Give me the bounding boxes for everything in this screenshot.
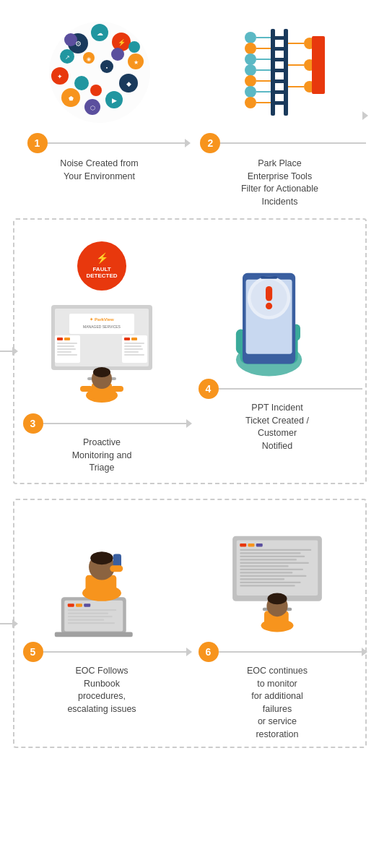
svg-rect-83 (124, 354, 144, 356)
svg-point-42 (245, 64, 256, 76)
svg-rect-135 (240, 578, 284, 580)
svg-rect-136 (240, 582, 300, 583)
step-5-col: 5 EOC Follows Runbook procedures, escala… (14, 500, 190, 721)
svg-rect-120 (110, 565, 123, 572)
svg-rect-114 (55, 632, 133, 637)
phone-alert-scene (219, 241, 335, 379)
svg-text:✦: ✦ (57, 73, 63, 80)
fault-line2: DETECTED (86, 272, 117, 280)
step-6-badge: 6 (199, 642, 219, 662)
eoc-scene-6 (212, 512, 342, 642)
svg-point-44 (245, 86, 256, 98)
step-6-label: EOC continues to monitor for additional … (243, 665, 312, 741)
noise-illustration: ⚙ ☁ ⚡ ★ ◆ ▶ ⬡ ⬟ ✦ ↗ ▪ ◉ (35, 14, 165, 130)
svg-rect-107 (76, 603, 82, 607)
step-4-col: 4 PPT Incident Ticket Created / Customer… (190, 220, 365, 458)
svg-rect-37 (271, 90, 288, 94)
inner-row-3-4: ⚡ FAULT DETECTED ✦ ParkView MANAGED S (14, 220, 365, 483)
step-1-col: ⚙ ☁ ⚡ ★ ◆ ▶ ⬡ ⬟ ✦ ↗ ▪ ◉ (13, 14, 186, 201)
svg-text:↗: ↗ (64, 54, 69, 61)
svg-rect-35 (271, 69, 288, 72)
svg-rect-125 (256, 543, 263, 547)
step-1-label: Noise Created from Your Environment (54, 158, 144, 201)
svg-text:⬟: ⬟ (68, 95, 73, 102)
fault-icon: ⚡ (96, 252, 108, 265)
step-1-badge: 1 (27, 133, 48, 153)
svg-point-118 (90, 551, 113, 564)
step-3-badge: 3 (23, 413, 43, 434)
svg-rect-110 (68, 613, 108, 614)
step-6-col: 6 EOC continues to monitor for additiona… (190, 500, 365, 747)
svg-rect-126 (240, 549, 311, 551)
svg-rect-91 (110, 386, 123, 392)
step-4-label: PPT Incident Ticket Created / Customer N… (241, 402, 313, 452)
dashed-section-3-4: ⚡ FAULT DETECTED ✦ ParkView MANAGED S (13, 218, 367, 484)
svg-rect-71 (57, 343, 77, 344)
svg-rect-74 (57, 351, 71, 353)
svg-rect-112 (68, 619, 105, 621)
svg-text:★: ★ (133, 59, 138, 66)
svg-rect-113 (68, 622, 115, 624)
svg-rect-124 (248, 543, 255, 547)
eoc-scene-5 (37, 512, 167, 642)
svg-point-40 (245, 43, 256, 54)
svg-rect-103 (261, 276, 277, 278)
svg-rect-131 (240, 565, 289, 567)
svg-text:MANAGED SERVICES: MANAGED SERVICES (83, 325, 121, 329)
step-2-badge: 2 (200, 133, 220, 153)
svg-rect-122 (237, 540, 318, 596)
svg-rect-137 (240, 585, 295, 586)
step-5-row: 5 (17, 642, 187, 662)
step-1-row: 1 (13, 133, 186, 153)
svg-rect-108 (84, 603, 90, 607)
top-section: ⚙ ☁ ⚡ ★ ◆ ▶ ⬡ ⬟ ✦ ↗ ▪ ◉ (13, 14, 367, 208)
svg-text:⬡: ⬡ (90, 105, 95, 111)
svg-text:⚡: ⚡ (117, 38, 126, 47)
svg-point-15 (90, 85, 102, 96)
svg-point-13 (111, 48, 124, 61)
svg-rect-80 (124, 345, 141, 347)
svg-rect-109 (68, 609, 117, 611)
svg-point-14 (74, 76, 89, 90)
svg-rect-129 (240, 559, 297, 560)
step-5-label: EOC Follows Runbook procedures, escalati… (63, 665, 140, 716)
svg-rect-82 (124, 351, 139, 353)
svg-text:◆: ◆ (126, 80, 131, 87)
svg-rect-90 (80, 386, 93, 392)
svg-rect-134 (240, 575, 306, 577)
left-arrow-5 (0, 623, 13, 624)
step-4-row: 4 (193, 379, 362, 399)
svg-rect-130 (240, 562, 309, 564)
svg-point-89 (93, 367, 110, 377)
step-6-row: 6 (193, 642, 362, 662)
svg-rect-106 (68, 603, 74, 607)
svg-rect-38 (271, 101, 288, 105)
svg-text:⚙: ⚙ (74, 40, 81, 48)
svg-rect-79 (124, 343, 144, 344)
svg-rect-72 (57, 345, 74, 347)
svg-text:▶: ▶ (111, 97, 116, 104)
left-arrow-3 (0, 351, 13, 352)
svg-rect-128 (240, 556, 305, 557)
page-container: ⚙ ☁ ⚡ ★ ◆ ▶ ⬡ ⬟ ✦ ↗ ▪ ◉ (0, 0, 379, 770)
svg-point-43 (245, 75, 256, 87)
svg-rect-111 (68, 616, 113, 617)
step-3-row: 3 (17, 413, 187, 434)
step-3-col: ⚡ FAULT DETECTED ✦ ParkView MANAGED S (14, 220, 190, 483)
svg-rect-73 (57, 348, 76, 350)
svg-text:✦ ParkView: ✦ ParkView (90, 317, 114, 322)
svg-point-102 (266, 303, 272, 309)
step-3-label: Proactive Monitoring and Triage (68, 437, 136, 477)
svg-rect-69 (57, 338, 63, 340)
filter-illustration (222, 14, 337, 130)
svg-text:◉: ◉ (87, 56, 91, 61)
svg-point-41 (245, 53, 256, 65)
dashed-section-5-6: 5 EOC Follows Runbook procedures, escala… (13, 499, 367, 748)
fault-line1: FAULT (92, 266, 110, 273)
svg-rect-81 (124, 348, 143, 350)
svg-rect-78 (131, 338, 137, 340)
step-2-col: 2 Park Place Enterprise Tools Filter for… (193, 14, 366, 208)
svg-point-45 (245, 97, 256, 108)
svg-point-39 (245, 32, 256, 43)
svg-rect-101 (266, 286, 272, 301)
